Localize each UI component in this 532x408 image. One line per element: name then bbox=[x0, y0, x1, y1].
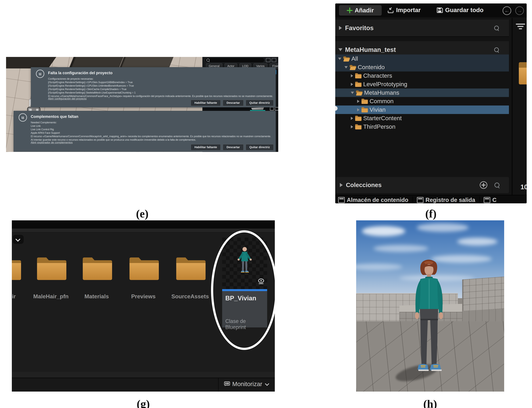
panel-options-icon[interactable] bbox=[272, 58, 276, 62]
dialog-line: Apple ARKit Face Support bbox=[31, 131, 273, 135]
tree-item-levelprototyping[interactable]: LevelPrototyping bbox=[335, 80, 509, 88]
save-all-button[interactable]: Guardar todo bbox=[436, 7, 484, 14]
missing-plugins-dialog: u Complementos que faltan Needed Complem… bbox=[14, 111, 276, 152]
tree-item-common[interactable]: Common bbox=[335, 97, 509, 105]
caret-right-icon bbox=[351, 117, 353, 120]
caret-right-icon bbox=[340, 183, 343, 187]
add-button[interactable]: Añadir bbox=[339, 5, 382, 16]
cmd-icon bbox=[484, 197, 490, 203]
tree-item-contenido[interactable]: Contenido bbox=[335, 63, 509, 71]
caret-right-icon bbox=[339, 26, 342, 30]
open-project-settings-link[interactable]: Abrir configuración del proyecto bbox=[48, 97, 87, 100]
dismiss-button[interactable]: Descartar bbox=[223, 144, 244, 151]
search-icon[interactable] bbox=[495, 183, 499, 187]
dialog-line: Live Link bbox=[31, 124, 273, 128]
content-drawer-tab[interactable]: Almacén de contenido bbox=[338, 197, 408, 203]
dialog-line: [/Script/Engine.RendererSettings] r.Skin… bbox=[48, 87, 273, 91]
folder-icon bbox=[355, 115, 362, 121]
dialog-line: Live Link Control Rig bbox=[31, 128, 273, 131]
dialog-buttons: Habilitar faltante Descartar Quitar dire… bbox=[191, 100, 274, 106]
folder-thumbnail[interactable] bbox=[35, 252, 66, 285]
folder-thumbnail[interactable] bbox=[175, 252, 206, 285]
folder-thumbnail-partial[interactable] bbox=[12, 252, 21, 285]
tree-item-characters[interactable]: Characters bbox=[335, 71, 509, 80]
import-button[interactable]: Importar bbox=[387, 7, 421, 14]
statusbar-divider bbox=[479, 197, 480, 203]
collections-label: Colecciones bbox=[346, 182, 382, 188]
import-button-label: Importar bbox=[396, 7, 421, 14]
caret-right-icon bbox=[357, 108, 359, 111]
dismiss-button[interactable]: Descartar bbox=[223, 100, 244, 106]
tree-item-metahumans[interactable]: MetaHumans bbox=[335, 88, 509, 97]
caret-down-icon bbox=[338, 58, 341, 60]
favorites-label: Favoritos bbox=[345, 24, 374, 32]
folder-label-partial: ir bbox=[12, 293, 16, 300]
folder-tree: All Contenido Characters LevelPrototypin… bbox=[335, 54, 509, 131]
details-search-input[interactable] bbox=[205, 58, 265, 63]
add-collection-icon[interactable] bbox=[480, 181, 487, 189]
tree-item-thirdperson[interactable]: ThirdPerson bbox=[335, 122, 509, 131]
subfigure-label-e: (e) bbox=[136, 207, 148, 220]
figure-page: General Actor LOD Varios Física Renderiz… bbox=[0, 0, 532, 408]
monitor-label: Monitorizar bbox=[232, 381, 262, 388]
save-icon bbox=[436, 7, 443, 14]
tree-item-vivian[interactable]: Vivian bbox=[335, 105, 509, 114]
browse-icon[interactable] bbox=[275, 107, 278, 110]
caret-right-icon bbox=[351, 74, 353, 77]
forward-arrow-icon[interactable]: → bbox=[515, 6, 524, 15]
render-viewport-image bbox=[356, 220, 504, 391]
caret-down-icon bbox=[338, 48, 342, 51]
asset-folder-thumbnail-partial[interactable] bbox=[517, 50, 527, 85]
plus-icon bbox=[347, 8, 353, 13]
monitor-dropdown[interactable]: Monitorizar bbox=[224, 381, 268, 388]
dialog-body: Configuraciones de proyecto necesarias: … bbox=[48, 77, 273, 98]
output-log-tab[interactable]: Registro de salida bbox=[417, 197, 475, 203]
details-thumbnail-strip bbox=[203, 107, 278, 111]
monitor-icon bbox=[224, 381, 230, 387]
search-icon[interactable] bbox=[494, 47, 499, 52]
project-name-label: MetaHuman_test bbox=[345, 46, 396, 53]
missing-project-settings-dialog: u Falta la configuración del proyecto Co… bbox=[31, 67, 276, 107]
cmd-label: C bbox=[492, 197, 497, 203]
remove-directive-button[interactable]: Quitar directriz bbox=[246, 144, 274, 151]
folder-thumbnail[interactable] bbox=[81, 252, 112, 285]
chevron-down-button[interactable] bbox=[13, 235, 24, 244]
tree-item-label: Common bbox=[370, 98, 393, 105]
enable-missing-button[interactable]: Habilitar faltante bbox=[191, 100, 221, 106]
folder-thumbnail[interactable] bbox=[128, 252, 159, 285]
content-drawer-label: Almacén de contenido bbox=[347, 197, 408, 203]
dialog-title: Complementos que faltan bbox=[31, 114, 78, 119]
cmd-tab[interactable]: C bbox=[484, 197, 497, 203]
open-plugin-browser-link[interactable]: Abrir explorador de complementos bbox=[31, 141, 73, 144]
mesh-thumbnail[interactable] bbox=[251, 107, 264, 110]
item-count: 10 bbox=[521, 183, 527, 191]
filter-icon[interactable] bbox=[516, 24, 525, 31]
annotation-ellipse bbox=[211, 230, 275, 350]
folder-icon bbox=[355, 73, 362, 79]
status-bar: Almacén de contenido Registro de salida … bbox=[335, 195, 527, 203]
viewport-dark-block bbox=[6, 57, 56, 68]
tree-item-startercontent[interactable]: StarterContent bbox=[335, 114, 509, 122]
caret-right-icon bbox=[357, 100, 359, 103]
subfigure-label-h: (h) bbox=[423, 398, 437, 408]
tree-item-label: Contenido bbox=[358, 64, 385, 71]
asset-browser-panel: ir MaleHair_pfn Materials Previews Sourc… bbox=[12, 220, 275, 391]
remove-directive-button[interactable]: Quitar directriz bbox=[246, 100, 274, 106]
panel-options-icon[interactable] bbox=[266, 58, 270, 62]
tree-item-label: StarterContent bbox=[363, 115, 402, 122]
revert-icon[interactable] bbox=[270, 107, 274, 110]
enable-missing-button[interactable]: Habilitar faltante bbox=[191, 144, 221, 151]
content-browser-toolbar: Añadir Importar Guardar todo ← → bbox=[335, 3, 527, 17]
tree-item-label: Vivian bbox=[370, 106, 386, 113]
folder-icon bbox=[355, 81, 362, 87]
output-log-label: Registro de salida bbox=[426, 197, 475, 203]
back-arrow-icon[interactable]: ← bbox=[503, 6, 511, 15]
statusbar-divider bbox=[412, 197, 413, 203]
favorites-section-header[interactable]: Favoritos bbox=[335, 20, 509, 37]
search-icon[interactable] bbox=[494, 26, 499, 30]
search-icon bbox=[206, 59, 209, 62]
dialog-line: Needed Complemento: bbox=[31, 121, 273, 124]
collections-section-header[interactable]: Colecciones bbox=[336, 177, 509, 193]
folder-icon bbox=[355, 124, 362, 130]
tree-item-all[interactable]: All bbox=[335, 54, 509, 63]
